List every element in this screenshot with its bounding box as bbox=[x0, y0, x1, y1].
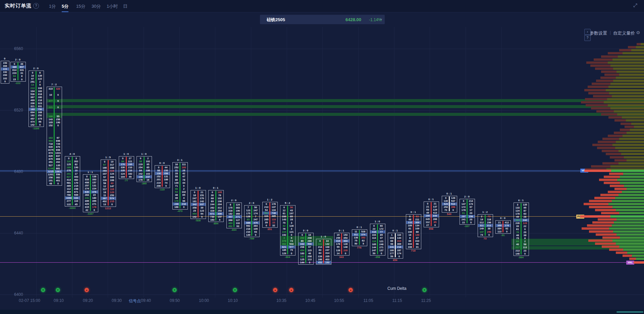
ask-volume: 32 bbox=[270, 224, 277, 227]
column-delta-footer: 343 bbox=[334, 256, 349, 259]
expand-panel-button[interactable]: › bbox=[584, 29, 591, 35]
profile-bar-green bbox=[611, 170, 644, 172]
signal-point-label[interactable]: 信号点 bbox=[129, 298, 141, 304]
ask-volume: 250 bbox=[485, 230, 493, 233]
tab-30min[interactable]: 30分 bbox=[92, 3, 101, 9]
custom-volume-price-button[interactable]: 自定义量价 bbox=[613, 30, 635, 36]
ask-volume: 314 bbox=[324, 252, 331, 255]
time-axis-label: 10:45 bbox=[305, 298, 315, 303]
tab-day[interactable]: 日 bbox=[123, 3, 127, 9]
profile-bar-red bbox=[592, 83, 610, 85]
column-delta-footer: -1833 bbox=[65, 207, 79, 210]
ask-volume: 837 bbox=[54, 154, 62, 158]
ask-volume: 378 bbox=[91, 190, 98, 193]
chevron-down-icon[interactable]: ⌄ bbox=[379, 16, 383, 21]
profile-bar-green bbox=[627, 252, 644, 254]
panel-help-button[interactable]: ? bbox=[584, 35, 591, 41]
signal-marker-down[interactable]: ▼ bbox=[172, 288, 177, 292]
profile-bar-green bbox=[618, 55, 644, 58]
symbol-price: 6428.00 bbox=[345, 17, 361, 22]
ask-volume: 4 bbox=[180, 196, 187, 199]
profile-bar-green bbox=[610, 165, 644, 168]
ask-volume: 128 bbox=[342, 242, 349, 245]
tab-15min[interactable]: 15分 bbox=[76, 3, 85, 9]
ask-volume: 74 bbox=[162, 181, 170, 184]
bid-volume: 192 bbox=[1, 71, 9, 74]
profile-bar-red bbox=[596, 233, 616, 236]
signal-marker-up[interactable]: ▲ bbox=[348, 288, 353, 292]
imbalance-header: 1 : 0 bbox=[316, 235, 331, 238]
ask-volume: 221 bbox=[126, 160, 134, 163]
time-axis-label: 09:50 bbox=[170, 298, 180, 303]
ask-volume: 208 bbox=[306, 236, 313, 239]
ask-volume: 356 bbox=[162, 172, 170, 175]
ask-volume bbox=[54, 90, 62, 93]
ask-volume: 355 bbox=[91, 199, 98, 203]
signal-marker-down[interactable]: ▼ bbox=[41, 288, 45, 292]
horizontal-scrollbar[interactable] bbox=[616, 311, 643, 313]
ask-volume: 19 bbox=[108, 160, 116, 163]
profile-bar-red bbox=[580, 215, 610, 218]
ask-volume: 190 bbox=[72, 166, 80, 169]
profile-bar-green bbox=[623, 173, 644, 175]
profile-bar-red bbox=[595, 209, 616, 211]
signal-marker-down[interactable]: ▼ bbox=[56, 288, 60, 292]
ask-volume: 127 bbox=[234, 219, 241, 222]
bid-volume: 223 bbox=[1, 68, 9, 71]
profile-bar-green bbox=[608, 104, 644, 106]
ask-volume: 0 bbox=[288, 236, 295, 239]
ask-volume: 105 bbox=[216, 191, 223, 194]
ask-volume: 108 bbox=[36, 87, 44, 90]
column-delta-footer: -789 bbox=[244, 237, 259, 240]
profile-bar-green bbox=[636, 46, 644, 48]
auction-band bbox=[47, 113, 644, 116]
ask-volume: 102 bbox=[216, 197, 223, 200]
ask-volume: 45 bbox=[72, 203, 80, 206]
ask-volume: 183 bbox=[36, 90, 44, 93]
profile-bar-green bbox=[631, 49, 644, 51]
profile-bar-green bbox=[613, 68, 644, 70]
time-axis-label: 09:40 bbox=[141, 298, 151, 303]
signal-marker-up[interactable]: ▲ bbox=[273, 288, 277, 292]
tab-1hour[interactable]: 1小时 bbox=[107, 3, 118, 9]
profile-bar-green bbox=[612, 95, 644, 97]
help-icon[interactable]: ? bbox=[33, 3, 39, 9]
profile-bar-green bbox=[619, 150, 644, 152]
ask-volume: 881 bbox=[54, 167, 62, 170]
profile-bar-red bbox=[584, 170, 611, 172]
column-delta-footer: -834 bbox=[226, 228, 241, 231]
signal-marker-up[interactable]: ▲ bbox=[85, 288, 89, 292]
ask-volume: 0 bbox=[521, 252, 529, 255]
footprint-row: 0 bbox=[1, 80, 9, 83]
delta-bar bbox=[36, 71, 37, 126]
profile-bar-green bbox=[623, 249, 644, 251]
ask-volume: 28 bbox=[521, 215, 529, 218]
signal-marker-down[interactable]: ▼ bbox=[422, 288, 427, 292]
tab-5min[interactable]: 5分 bbox=[62, 3, 68, 9]
delta-bar bbox=[233, 203, 234, 227]
ask-volume: 696 bbox=[54, 139, 62, 142]
profile-bar-red bbox=[609, 173, 623, 175]
params-settings-button[interactable]: 参数设置 bbox=[590, 30, 607, 36]
ask-volume: 1331 bbox=[54, 151, 62, 154]
symbol-selector[interactable]: 硅铁2505 6428.00 -1.14% ⌄ bbox=[260, 15, 385, 24]
delta-bar bbox=[144, 157, 145, 181]
ask-volume: 46 bbox=[306, 252, 313, 255]
top-bar: 实时订单流 ? 1分 5分 15分 30分 1小时 日 ⤢ bbox=[0, 0, 644, 12]
ask-volume: 147 bbox=[108, 185, 116, 188]
target-icon[interactable]: ⊙ bbox=[636, 30, 640, 35]
ask-volume: 103 bbox=[144, 172, 152, 175]
fullscreen-icon[interactable]: ⤢ bbox=[633, 2, 637, 8]
tab-1min[interactable]: 1分 bbox=[49, 3, 56, 9]
signal-marker-down[interactable]: ▼ bbox=[233, 288, 237, 292]
ask-volume: 220 bbox=[342, 249, 349, 252]
ask-volume: 247 bbox=[252, 209, 259, 212]
ask-volume: 537 bbox=[449, 199, 457, 203]
footprint-column[interactable]: 1533062231922001020 bbox=[1, 61, 9, 84]
profile-bar-green bbox=[614, 110, 644, 113]
signal-marker-up[interactable]: ▲ bbox=[289, 288, 293, 292]
ask-volume: 97 bbox=[306, 245, 313, 249]
profile-bar-red bbox=[589, 230, 613, 233]
ask-volume: 871 bbox=[72, 190, 80, 193]
ask-volume bbox=[54, 112, 62, 115]
